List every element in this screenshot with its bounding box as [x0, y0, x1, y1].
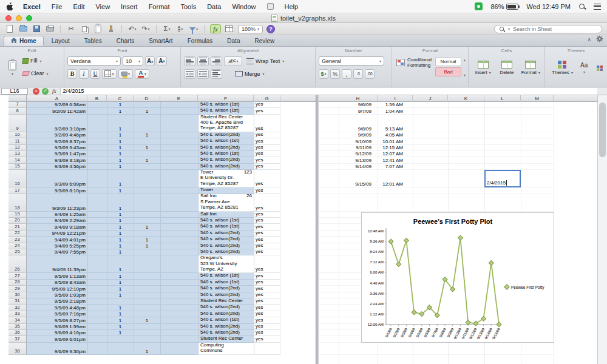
cell-C19[interactable]: 1: [107, 212, 134, 218]
cell-A38[interactable]: 9/6/09 9:30pm: [27, 343, 87, 355]
menu-help[interactable]: Help: [285, 3, 299, 10]
formula-builder-button[interactable]: fx: [210, 24, 221, 33]
cell-H14[interactable]: 9/13/09: [339, 157, 378, 163]
print-button[interactable]: [45, 24, 55, 33]
cell-F24[interactable]: 540 s. wilson(2nd): [198, 243, 254, 249]
autosum-button[interactable]: Σ▾: [162, 24, 172, 33]
spotlight-icon[interactable]: [578, 3, 586, 10]
cell-H11[interactable]: 9/10/09: [339, 138, 378, 144]
cell-F37[interactable]: Student Rec Center: [198, 336, 254, 342]
cell-A37[interactable]: 9/6/09 6:01pm: [27, 336, 87, 342]
menu-tools[interactable]: Tools: [180, 3, 196, 10]
style-normal[interactable]: Normal: [435, 57, 461, 66]
insert-cells-button[interactable]: Insert▾: [472, 55, 494, 81]
cell-I7[interactable]: 1:59 AM: [378, 102, 413, 108]
increase-indent-button[interactable]: [197, 69, 209, 79]
cell-I14[interactable]: 12:41 AM: [378, 157, 413, 163]
borders-button[interactable]: ▾: [102, 69, 117, 79]
format-cells-button[interactable]: Format▾: [520, 55, 542, 81]
paste-toolbar-button[interactable]: [93, 24, 103, 33]
cell-A26[interactable]: 9/4/09 11:39pm: [27, 255, 87, 273]
cell-A24[interactable]: 9/4/09 5:25pm: [27, 243, 87, 249]
comma-format-button[interactable]: ,: [342, 69, 351, 79]
cell-C12[interactable]: 1: [107, 145, 134, 151]
cell-G8[interactable]: yes: [254, 108, 280, 114]
help-button[interactable]: ?: [266, 25, 275, 33]
cell-C20[interactable]: 1: [107, 218, 134, 224]
column-header-F[interactable]: F: [198, 95, 254, 102]
increase-decimal-button[interactable]: .0: [353, 69, 363, 79]
align-left-button[interactable]: [184, 56, 195, 66]
cell-G25[interactable]: yes: [254, 249, 280, 255]
cell-F34[interactable]: 540 s. wilson (1st): [198, 317, 254, 323]
cell-F11[interactable]: 540 s. wilson (1st): [198, 138, 254, 144]
vertical-scrollbar[interactable]: [597, 95, 607, 364]
battery-indicator[interactable]: 86%: [490, 3, 518, 10]
column-header-M[interactable]: M: [521, 95, 554, 102]
cell-A19[interactable]: 9/4/09 1:25am: [27, 212, 87, 218]
cell-H12[interactable]: 9/11/09: [339, 145, 378, 151]
cell-F14[interactable]: 540 s. wilson(2nd): [198, 157, 254, 163]
cell-F21[interactable]: 540 s. wilson (1st): [198, 224, 254, 230]
cell-F27[interactable]: 540 s. wilson (1st): [198, 273, 254, 279]
tab-charts[interactable]: Charts: [110, 36, 141, 46]
merge-button[interactable]: Merge▾: [235, 69, 265, 79]
cell-I10[interactable]: 4:05 AM: [378, 132, 413, 138]
column-header-L[interactable]: L: [484, 95, 521, 102]
styles-scroll-down[interactable]: ▾: [464, 73, 466, 77]
cell-C35[interactable]: 1: [107, 324, 134, 330]
search-field[interactable]: ▾: [494, 25, 602, 33]
cell-A12[interactable]: 9/3/09 9:43am: [27, 145, 87, 151]
column-header-A[interactable]: A: [27, 95, 87, 102]
underline-button[interactable]: U: [90, 69, 100, 79]
cell-C33[interactable]: 1: [107, 311, 134, 317]
cell-C30[interactable]: 1: [107, 292, 134, 298]
font-family-select[interactable]: Verdana▾: [67, 56, 121, 66]
minimize-window-button[interactable]: [16, 15, 22, 21]
potty-plot-chart[interactable]: Peewee's First Potty Plot12:00 AM1:12 AM…: [361, 212, 554, 343]
styles-scroll-up[interactable]: ▴: [464, 58, 466, 62]
cell-A10[interactable]: 9/2/09 4:46pm: [27, 132, 87, 138]
cell-A20[interactable]: 9/4/09 2:29am: [27, 218, 87, 224]
cell-F15[interactable]: 540 s. wilson(2nd): [198, 164, 254, 170]
zoom-window-button[interactable]: [26, 15, 32, 21]
column-header-G[interactable]: G: [254, 95, 280, 102]
cell-C21[interactable]: 1: [107, 224, 134, 230]
cell-C10[interactable]: 1: [107, 132, 134, 138]
column-header-C[interactable]: C: [107, 95, 134, 102]
menu-window[interactable]: Window: [232, 3, 256, 10]
cell-A9[interactable]: 9/2/09 3:18pm: [27, 115, 87, 132]
align-right-button[interactable]: [211, 56, 222, 66]
themes-button[interactable]: Themes▾: [552, 55, 573, 81]
cancel-entry-button[interactable]: ×: [33, 88, 39, 95]
cell-C25[interactable]: 1: [107, 249, 134, 255]
row-header-26[interactable]: 26: [8, 255, 27, 273]
pane-split-bar[interactable]: [316, 95, 319, 364]
cell-F33[interactable]: 540 s. wilson(2nd): [198, 311, 254, 317]
cell-H15[interactable]: 9/14/09: [339, 164, 378, 170]
cell-F35[interactable]: 540 s. wilson(2nd): [198, 324, 254, 330]
cell-D10[interactable]: 1: [134, 132, 160, 138]
cell-D38[interactable]: 1: [134, 343, 160, 355]
row-38-right-pane[interactable]: [319, 343, 554, 355]
cell-A33[interactable]: 9/5/09 7:16pm: [27, 311, 87, 317]
cell-A28[interactable]: 9/5/09 8:43am: [27, 280, 87, 286]
column-header-B[interactable]: B: [87, 95, 107, 102]
formula-input[interactable]: 2/4/2015: [60, 88, 598, 95]
align-center-button[interactable]: [197, 56, 209, 66]
menu-edit[interactable]: Edit: [73, 3, 84, 10]
cell-C13[interactable]: 1: [107, 151, 134, 157]
menu-format[interactable]: Format: [149, 3, 170, 10]
cell-A35[interactable]: 9/6/09 1:59am: [27, 324, 87, 330]
cell-F31[interactable]: Student Rec Center: [198, 298, 254, 305]
grow-font-button[interactable]: A: [145, 56, 155, 66]
apple-menu-icon[interactable]: [6, 2, 13, 11]
cell-F36[interactable]: 540 s. wilson(2nd): [198, 330, 254, 336]
cell-C36[interactable]: 1: [107, 330, 134, 336]
column-header-K[interactable]: K: [448, 95, 484, 102]
cell-A13[interactable]: 9/3/09 1:47pm: [27, 151, 87, 157]
cell-C11[interactable]: 1: [107, 138, 134, 144]
row-header-16[interactable]: 16: [8, 170, 27, 187]
cut-button[interactable]: ✂: [66, 24, 76, 33]
cell-F32[interactable]: 540 s. wilson(2nd): [198, 305, 254, 311]
